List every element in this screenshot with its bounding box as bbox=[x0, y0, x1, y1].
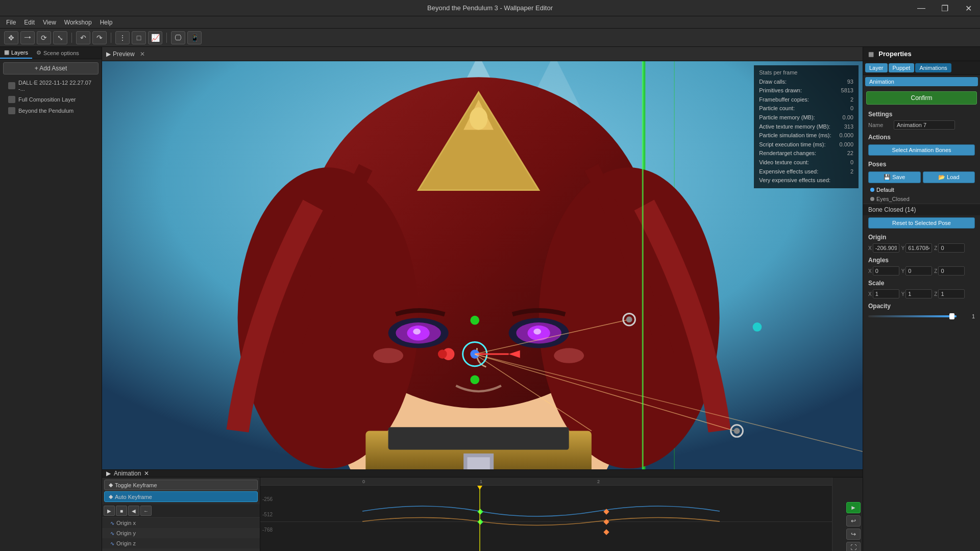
tool-move[interactable]: ⭢ bbox=[20, 31, 35, 44]
tool-chart[interactable]: 📈 bbox=[148, 31, 162, 44]
svg-rect-54 bbox=[477, 519, 483, 524]
anim-tool-2[interactable]: ■ bbox=[116, 506, 127, 516]
toolbar-separator-3 bbox=[166, 33, 167, 43]
menu-edit[interactable]: Edit bbox=[20, 18, 39, 27]
angles-z-label: Z bbox=[934, 268, 937, 274]
preview-close-button[interactable]: ✕ bbox=[140, 51, 145, 58]
tool-grid[interactable]: ⋮ bbox=[115, 31, 130, 44]
stat-particle-count: Particle count:0 bbox=[759, 104, 853, 113]
stats-overlay: Stats per frame Draw calls:93 Primitives… bbox=[754, 65, 859, 188]
stat-video-texture: Video texture count:0 bbox=[759, 158, 853, 167]
track-origin-x[interactable]: ∿ Origin x bbox=[102, 518, 260, 528]
load-pose-button[interactable]: 📂 Load bbox=[923, 171, 975, 183]
tab-layer[interactable]: Layer bbox=[865, 63, 888, 72]
tool-frame[interactable]: □ bbox=[132, 31, 146, 44]
origin-x-input[interactable] bbox=[873, 243, 899, 253]
tool-scale[interactable]: ⤡ bbox=[53, 31, 67, 44]
play-button[interactable]: ► bbox=[846, 502, 861, 513]
pose-eyes-closed[interactable]: Eyes_Closed bbox=[863, 194, 980, 204]
angles-y-input[interactable] bbox=[905, 266, 932, 276]
auto-keyframe-icon: ◆ bbox=[109, 493, 113, 500]
track-origin-z[interactable]: ∿ Origin z bbox=[102, 538, 260, 548]
scale-z-input[interactable] bbox=[938, 289, 965, 298]
settings-section-title: Settings bbox=[863, 108, 980, 119]
next-frame-button[interactable]: ↪ bbox=[846, 529, 861, 540]
minimize-button[interactable]: — bbox=[910, 0, 933, 16]
menu-help[interactable]: Help bbox=[96, 18, 117, 27]
svg-marker-59 bbox=[477, 486, 482, 490]
scale-x-input[interactable] bbox=[873, 289, 899, 298]
tool-undo[interactable]: ↶ bbox=[76, 31, 90, 44]
svg-point-23 bbox=[554, 348, 584, 363]
svg-point-13 bbox=[470, 107, 487, 130]
anim-tool-1[interactable]: ▶ bbox=[104, 506, 115, 516]
layer-item-dalle[interactable]: DALL·E 2022-11-12 22.27.07 -... bbox=[0, 78, 102, 94]
svg-point-17 bbox=[413, 329, 421, 335]
actions-section-title: Actions bbox=[863, 131, 980, 142]
layer-icon bbox=[8, 82, 15, 89]
svg-point-21 bbox=[533, 329, 541, 335]
tab-animations[interactable]: Animations bbox=[915, 63, 951, 72]
anim-tool-3[interactable]: ◀ bbox=[128, 506, 139, 516]
viewport-canvas bbox=[102, 61, 863, 469]
scale-z-item: Z bbox=[934, 289, 965, 298]
tool-rotate[interactable]: ⟳ bbox=[37, 31, 51, 44]
anim-tool-4[interactable]: ← bbox=[140, 506, 152, 516]
menu-workshop[interactable]: Workshop bbox=[60, 18, 96, 27]
name-row: Name bbox=[863, 119, 980, 131]
toggle-keyframe-button[interactable]: ◆ Toggle Keyframe bbox=[104, 480, 258, 490]
angles-x-input[interactable] bbox=[873, 266, 899, 276]
add-asset-button[interactable]: + Add Asset bbox=[3, 62, 99, 74]
timeline-body[interactable]: -256 -512 -768 bbox=[260, 486, 832, 551]
angles-z-input[interactable] bbox=[938, 266, 965, 276]
reset-to-pose-button[interactable]: Reset to Selected Pose bbox=[868, 217, 975, 229]
tool-redo[interactable]: ↷ bbox=[92, 31, 107, 44]
scale-y-item: Y bbox=[901, 289, 933, 298]
menu-view[interactable]: View bbox=[39, 18, 60, 27]
origin-z-input[interactable] bbox=[938, 243, 965, 253]
pose-default[interactable]: Default bbox=[863, 185, 980, 194]
close-button[interactable]: ✕ bbox=[957, 0, 980, 16]
tool-monitor[interactable]: 🖵 bbox=[171, 31, 185, 44]
layer-item-beyond[interactable]: Beyond the Pendulum bbox=[0, 105, 102, 116]
scale-z-label: Z bbox=[934, 291, 937, 297]
zoom-fit-button[interactable]: ⛶ bbox=[846, 542, 861, 551]
select-animation-bones-button[interactable]: Select Animation Bones bbox=[868, 144, 975, 156]
timeline[interactable]: 0 1 2 -256 -512 -768 bbox=[260, 478, 832, 551]
origin-y-item: Y bbox=[901, 243, 933, 253]
save-pose-button[interactable]: 💾 Save bbox=[868, 171, 921, 183]
viewport[interactable]: Stats per frame Draw calls:93 Primitives… bbox=[102, 61, 863, 469]
origin-z-label: Z bbox=[934, 245, 937, 251]
animation-panel-close[interactable]: ✕ bbox=[144, 470, 149, 477]
origin-xyz-row: X Y Z bbox=[863, 242, 980, 254]
left-panel: ▦ Layers ⚙ Scene options + Add Asset DAL… bbox=[0, 47, 102, 551]
auto-keyframe-button[interactable]: ◆ Auto Keyframe bbox=[104, 491, 258, 502]
right-panel: ▦ Properties Layer Puppet Animations Ani… bbox=[863, 47, 980, 551]
subtab-animation[interactable]: Animation bbox=[865, 77, 978, 86]
name-input[interactable] bbox=[894, 120, 955, 130]
track-angles-x[interactable]: ∿ Angles x bbox=[102, 548, 260, 551]
origin-x-item: X bbox=[868, 243, 899, 253]
stats-title-row: Stats per frame bbox=[759, 68, 853, 78]
tool-mobile[interactable]: 📱 bbox=[187, 31, 202, 44]
svg-point-42 bbox=[626, 316, 632, 322]
tick-0: 0 bbox=[362, 479, 365, 484]
confirm-button[interactable]: Confirm bbox=[866, 91, 977, 105]
opacity-slider[interactable] bbox=[868, 315, 957, 317]
maximize-button[interactable]: ❐ bbox=[933, 0, 957, 16]
layer-item-full-comp[interactable]: Full Composition Layer bbox=[0, 94, 102, 105]
tab-scene-options[interactable]: ⚙ Scene options bbox=[32, 47, 83, 59]
tab-puppet[interactable]: Puppet bbox=[889, 63, 915, 72]
angles-y-item: Y bbox=[901, 266, 933, 276]
menu-file[interactable]: File bbox=[2, 18, 20, 27]
tab-layers[interactable]: ▦ Layers bbox=[0, 47, 32, 59]
name-label: Name bbox=[868, 122, 889, 128]
preview-tab-label[interactable]: ▶ Preview ✕ bbox=[106, 51, 145, 58]
origin-y-input[interactable] bbox=[905, 243, 932, 253]
prev-frame-button[interactable]: ↩ bbox=[846, 515, 861, 527]
track-origin-y[interactable]: ∿ Origin y bbox=[102, 528, 260, 538]
tool-select[interactable]: ✥ bbox=[4, 31, 18, 44]
right-tab-bar: Layer Puppet Animations bbox=[863, 61, 980, 75]
track-icon: ∿ bbox=[110, 531, 114, 536]
scale-y-input[interactable] bbox=[905, 289, 932, 298]
